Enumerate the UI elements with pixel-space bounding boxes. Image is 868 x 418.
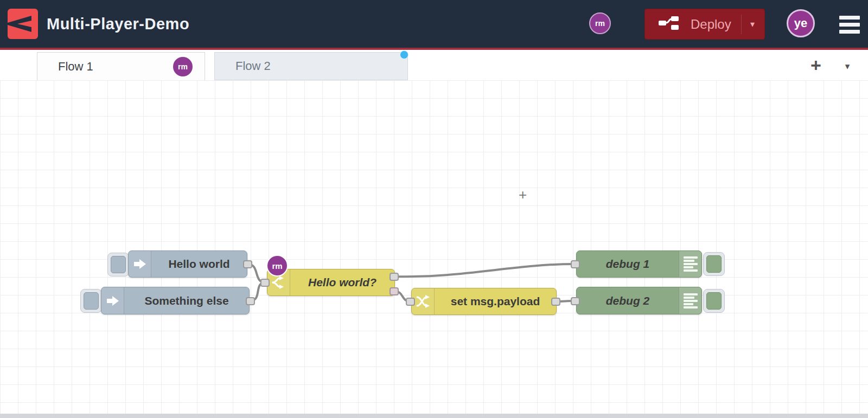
tab-label: Flow 1 [58,60,93,74]
node-red-logo-icon[interactable] [8,9,38,39]
output-port[interactable] [243,260,252,268]
node-label: set msg.payload [435,288,556,314]
input-port[interactable] [406,298,415,306]
hamburger-bar [839,30,860,34]
main-menu-hamburger-icon[interactable] [839,16,860,34]
inject-button[interactable] [80,289,102,313]
collaborator-node-badge: rm [266,255,288,276]
change-shuffle-icon [412,288,435,314]
inject-arrow-icon [101,287,124,314]
node-debug-1[interactable]: debug 1 [576,250,702,278]
output-port-1[interactable] [390,273,399,281]
output-port[interactable] [246,297,255,305]
debug-toggle-fill [706,255,722,273]
hamburger-bar [839,23,860,27]
wire[interactable] [395,264,574,276]
add-flow-button[interactable]: + [804,53,828,77]
input-port[interactable] [571,297,580,305]
node-label: Hello world [151,251,247,277]
debug-output-lines-icon [679,287,701,314]
flow-tab-bar: Flow 1 rm Flow 2 + ▾ [0,50,868,80]
deploy-options-caret[interactable]: ▾ [741,15,755,34]
debug-toggle-button[interactable] [703,289,725,313]
debug-output-lines-icon [679,251,701,277]
tab-label: Flow 2 [235,59,271,73]
wire-layer [0,80,868,414]
inject-button[interactable] [107,253,129,276]
header: Multi-Player-Demo rm Deploy ▾ ye [0,0,868,48]
input-port[interactable] [260,279,270,287]
node-inject-hello-world[interactable]: Hello world [128,250,247,278]
flow-list-caret[interactable]: ▾ [838,56,857,76]
node-label: Hello world? [290,269,394,295]
inject-button-fill [84,292,99,310]
node-label: debug 1 [577,251,679,277]
flow-canvas[interactable]: Hello world Something else Hello world? … [0,80,868,414]
tab-modified-dot [400,50,409,59]
user-avatar[interactable]: ye [787,9,815,37]
tab-flow-2[interactable]: Flow 2 [214,52,408,80]
deploy-nodes-icon [658,16,680,33]
hamburger-bar [839,16,860,20]
output-port[interactable] [551,298,560,306]
inject-button-fill [111,256,126,273]
debug-toggle-button[interactable] [703,252,725,276]
input-port[interactable] [571,260,580,268]
tab-collaborator-badge: rm [173,57,193,76]
output-port-2[interactable] [390,287,399,295]
node-inject-something-else[interactable]: Something else [101,287,250,314]
bottom-edge-strip [0,414,868,418]
inject-arrow-icon [129,251,151,277]
node-label: Something else [124,287,249,314]
deploy-button[interactable]: Deploy ▾ [644,9,765,40]
node-debug-2[interactable]: debug 2 [576,287,702,314]
page-title: Multi-Player-Demo [47,0,189,48]
node-change-set-msg-payload[interactable]: set msg.payload [411,288,557,315]
tab-flow-1[interactable]: Flow 1 rm [37,52,205,80]
node-switch-hello-world[interactable]: Hello world? [267,269,395,296]
collaborator-avatar[interactable]: rm [589,12,611,34]
node-label: debug 2 [577,287,679,314]
debug-toggle-fill [706,292,722,310]
cursor-crosshair: + [519,187,527,203]
deploy-button-label: Deploy [691,17,731,32]
